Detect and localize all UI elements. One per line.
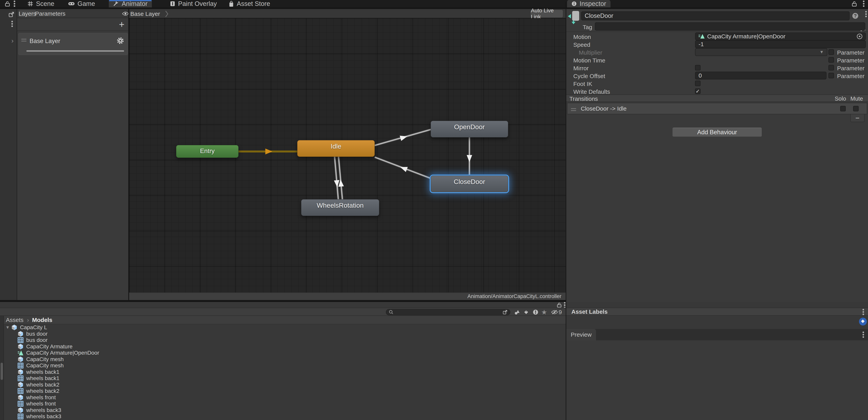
motion-time-label: Motion Time	[573, 57, 605, 64]
expand-chevron-icon[interactable]: ›	[11, 37, 13, 44]
label-tag-button[interactable]	[859, 318, 867, 326]
multiplier-parameter-checkbox[interactable]	[829, 49, 834, 55]
asset-labels-menu-icon[interactable]	[863, 311, 864, 313]
project-item[interactable]: wheels back2	[4, 382, 566, 388]
project-item[interactable]: ▼ CapaCity L	[4, 324, 566, 331]
cycle-offset-parameter-checkbox[interactable]	[829, 73, 834, 78]
tab-paint-overlay[interactable]: Paint Overlay	[165, 0, 221, 7]
project-item[interactable]: CapaCity Armature	[4, 343, 566, 350]
panel-menu-icon[interactable]	[14, 3, 15, 4]
add-behaviour-button[interactable]: Add Behaviour	[673, 128, 762, 137]
breadcrumb-label: Base Layer	[130, 10, 160, 17]
asset-name: wheels back2	[26, 388, 60, 394]
transition-mute-checkbox[interactable]	[853, 106, 859, 111]
write-defaults-checkbox[interactable]	[695, 88, 701, 94]
preview-menu-icon[interactable]	[863, 334, 864, 335]
mirror-checkbox[interactable]	[695, 65, 701, 70]
inspector-panel: CloseDoor ? Tag Motion CapaCity Armature…	[566, 9, 868, 302]
project-item[interactable]: wherels back3	[4, 407, 566, 414]
dropdown-arrow-icon: ▼	[819, 50, 824, 55]
tab-label: Game	[78, 0, 95, 7]
scrollbar-thumb[interactable]	[1, 363, 3, 380]
panel-menu-icon[interactable]	[863, 3, 865, 4]
transition-list-item[interactable]: CloseDoor -> Idle	[567, 103, 867, 114]
search-by-label-button[interactable]	[522, 309, 531, 316]
state-name-field[interactable]: CloseDoor	[581, 11, 849, 20]
drag-handle-icon[interactable]	[571, 108, 576, 109]
controller-path: Animation/AnimatorCapaCityL.controller	[467, 293, 561, 299]
layer-item-base-layer[interactable]: Base Layer	[19, 33, 128, 55]
drag-handle-icon[interactable]	[21, 39, 26, 39]
speed-field[interactable]: -1	[695, 40, 866, 48]
graph-node-idle[interactable]: Idle	[297, 140, 375, 157]
inspector-menu-icon[interactable]	[865, 13, 867, 15]
asset-name: wheels back1	[26, 369, 60, 375]
tab-parameters[interactable]: Parameters	[37, 10, 64, 17]
eye-icon[interactable]	[122, 11, 129, 16]
cycle-offset-field[interactable]: 0	[695, 72, 827, 80]
foldout-caret-icon[interactable]: ▼	[4, 325, 11, 330]
project-item[interactable]: bus door	[4, 331, 566, 337]
tab-asset-store[interactable]: Asset Store	[224, 0, 275, 7]
breadcrumb-root[interactable]: Assets	[6, 317, 24, 323]
project-item[interactable]: CapaCity mesh	[4, 362, 566, 369]
search-by-type-button[interactable]	[513, 309, 522, 316]
multiplier-dropdown[interactable]: ▼	[695, 48, 827, 56]
breadcrumb-current[interactable]: Models	[32, 317, 52, 323]
mirror-parameter-checkbox[interactable]	[829, 65, 834, 70]
transition-solo-checkbox[interactable]	[840, 106, 846, 111]
lock-icon[interactable]	[5, 1, 10, 7]
project-item[interactable]: CapaCity mesh	[4, 356, 566, 363]
breadcrumb[interactable]: Base Layer	[130, 10, 168, 17]
tab-inspector[interactable]: Inspector	[567, 0, 611, 7]
animator-graph-canvas[interactable]: Entry Idle OpenDoor CloseDoor WheelsRota…	[129, 18, 566, 292]
rail-menu-icon[interactable]	[11, 23, 13, 25]
asset-name: wheels back2	[26, 382, 60, 388]
graph-node-closedoor[interactable]: CloseDoor	[431, 176, 508, 192]
motion-label: Motion	[573, 34, 591, 40]
gear-icon[interactable]	[117, 37, 124, 44]
lock-icon[interactable]	[851, 1, 857, 7]
project-item[interactable]: wheels back1	[4, 375, 566, 382]
tab-game[interactable]: Game	[64, 0, 99, 7]
favorites-star-icon[interactable]: ★	[540, 309, 549, 316]
open-search-window-icon[interactable]	[502, 310, 507, 315]
layer-weight-bar[interactable]	[26, 50, 124, 52]
project-item[interactable]: wheels back1	[4, 369, 566, 376]
help-icon[interactable]: ?	[852, 13, 858, 19]
foot-ik-checkbox[interactable]	[695, 81, 701, 86]
project-item[interactable]: CapaCity Armature|OpenDoor	[4, 350, 566, 356]
transition-closedoor-to-idle[interactable]	[375, 157, 433, 179]
top-tab-bar: Scene Game Animator Paint Overlay Asset …	[0, 0, 868, 7]
search-by-import-log-button[interactable]	[531, 309, 540, 316]
project-item[interactable]: bus door	[4, 337, 566, 343]
transition-idle-to-opendoor[interactable]	[375, 129, 433, 145]
tag-field[interactable]	[595, 22, 865, 31]
graph-node-entry[interactable]: Entry	[176, 145, 239, 158]
remove-transition-button[interactable]: −	[850, 114, 865, 122]
project-item[interactable]: wheels back2	[4, 388, 566, 394]
tab-preview[interactable]: Preview	[566, 329, 596, 340]
transition-opendoor-to-closedoor[interactable]	[467, 138, 472, 176]
search-input[interactable]	[386, 309, 510, 315]
hidden-packages-toggle[interactable]: 9	[548, 309, 565, 316]
transition-entry-to-idle[interactable]	[239, 149, 297, 154]
add-layer-button[interactable]: +	[119, 19, 124, 30]
graph-node-opendoor[interactable]: OpenDoor	[431, 121, 508, 138]
tab-scene[interactable]: Scene	[23, 0, 59, 7]
panel-menu-icon[interactable]	[564, 304, 565, 306]
tab-layers[interactable]: Layers	[19, 10, 36, 17]
popout-icon[interactable]	[8, 11, 14, 18]
object-picker-icon[interactable]	[857, 34, 862, 39]
lock-icon[interactable]	[557, 303, 562, 308]
project-item[interactable]: wheels front	[4, 394, 566, 401]
motion-field[interactable]: CapaCity Armature|OpenDoor	[695, 32, 866, 40]
auto-live-link-button[interactable]: Auto Live Link	[531, 10, 563, 18]
tab-animator[interactable]: Animator	[109, 0, 152, 7]
tab-label: Paint Overlay	[178, 0, 217, 7]
project-item[interactable]: wheels front	[4, 401, 566, 407]
panel-divider[interactable]	[128, 9, 129, 300]
project-item[interactable]: wherels back3	[4, 413, 566, 420]
graph-node-wheelsrotation[interactable]: WheelsRotation	[301, 199, 379, 216]
motion-time-parameter-checkbox[interactable]	[829, 57, 834, 63]
